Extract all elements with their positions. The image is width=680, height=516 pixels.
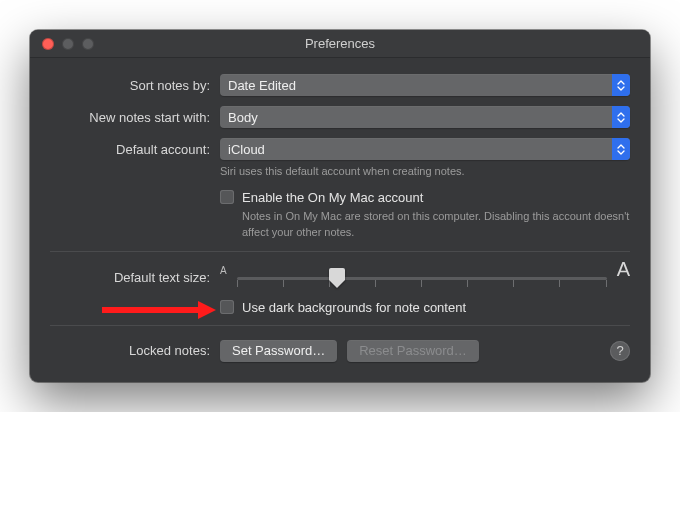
new-notes-label: New notes start with:: [50, 106, 220, 125]
sort-notes-value: Date Edited: [220, 78, 612, 93]
default-account-label: Default account:: [50, 138, 220, 157]
zoom-window-button[interactable]: [82, 38, 94, 50]
enable-on-my-mac-checkbox[interactable]: [220, 190, 234, 204]
preferences-content: Sort notes by: Date Edited New notes sta…: [30, 58, 650, 382]
default-text-size-label: Default text size:: [50, 270, 220, 285]
default-account-value: iCloud: [220, 142, 612, 157]
reset-password-button[interactable]: Reset Password…: [347, 340, 479, 362]
new-notes-value: Body: [220, 110, 612, 125]
enable-on-my-mac-label: Enable the On My Mac account: [242, 190, 423, 205]
window-title: Preferences: [30, 36, 650, 51]
default-account-hint: Siri uses this default account when crea…: [220, 164, 630, 180]
window-controls: [30, 38, 94, 50]
on-my-mac-hint: Notes in On My Mac are stored on this co…: [220, 209, 630, 241]
text-size-small-marker: A: [220, 265, 227, 276]
dark-backgrounds-label: Use dark backgrounds for note content: [242, 300, 466, 315]
chevron-up-down-icon: [612, 138, 630, 160]
chevron-up-down-icon: [612, 106, 630, 128]
close-window-button[interactable]: [42, 38, 54, 50]
titlebar: Preferences: [30, 30, 650, 58]
set-password-button[interactable]: Set Password…: [220, 340, 337, 362]
chevron-up-down-icon: [612, 74, 630, 96]
slider-thumb[interactable]: [329, 268, 345, 286]
text-size-slider[interactable]: [237, 266, 607, 290]
default-account-select[interactable]: iCloud: [220, 138, 630, 160]
new-notes-select[interactable]: Body: [220, 106, 630, 128]
dark-backgrounds-checkbox[interactable]: [220, 300, 234, 314]
help-button[interactable]: ?: [610, 341, 630, 361]
preferences-window: Preferences Sort notes by: Date Edited N…: [30, 30, 650, 382]
separator: [50, 325, 630, 326]
sort-notes-select[interactable]: Date Edited: [220, 74, 630, 96]
sort-notes-label: Sort notes by:: [50, 74, 220, 93]
separator: [50, 251, 630, 252]
text-size-large-marker: A: [617, 258, 630, 281]
locked-notes-label: Locked notes:: [50, 343, 220, 358]
minimize-window-button[interactable]: [62, 38, 74, 50]
